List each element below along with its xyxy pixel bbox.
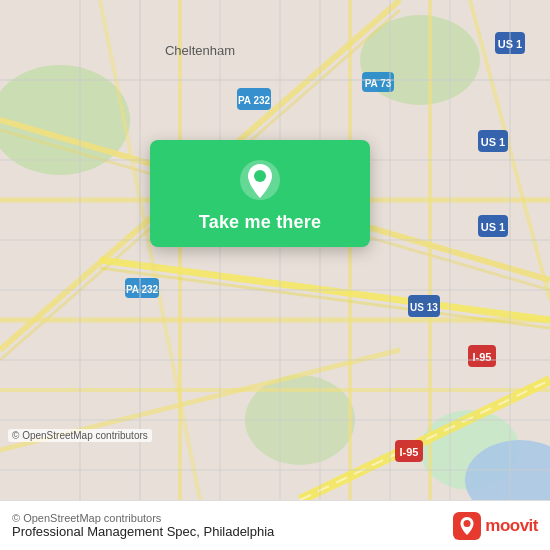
- svg-text:US 13: US 13: [410, 302, 438, 313]
- map-container: US 1 US 1 US 1 US 13 PA 232 PA 232 PA 73…: [0, 0, 550, 500]
- location-name: Professional Management Spec, Philadelph…: [12, 524, 274, 539]
- bottom-bar: © OpenStreetMap contributors Professiona…: [0, 500, 550, 550]
- attribution-label: © OpenStreetMap contributors: [12, 430, 148, 441]
- svg-text:US 1: US 1: [481, 221, 505, 233]
- take-me-there-button[interactable]: Take me there: [199, 212, 321, 233]
- svg-text:I-95: I-95: [473, 351, 492, 363]
- osm-attribution: © OpenStreetMap contributors: [8, 429, 152, 442]
- bottom-info: © OpenStreetMap contributors Professiona…: [12, 512, 274, 539]
- map-background: US 1 US 1 US 1 US 13 PA 232 PA 232 PA 73…: [0, 0, 550, 500]
- svg-text:PA 232: PA 232: [238, 95, 271, 106]
- svg-point-58: [254, 170, 266, 182]
- svg-point-60: [464, 520, 471, 527]
- moovit-brand-icon: [453, 512, 481, 540]
- svg-text:US 1: US 1: [481, 136, 505, 148]
- bottom-attribution: © OpenStreetMap contributors: [12, 512, 274, 524]
- svg-text:I-95: I-95: [400, 446, 419, 458]
- svg-text:Cheltenham: Cheltenham: [165, 43, 235, 58]
- moovit-logo[interactable]: moovit: [453, 512, 538, 540]
- location-card[interactable]: Take me there: [150, 140, 370, 247]
- location-pin-icon: [238, 158, 282, 202]
- moovit-brand-text: moovit: [485, 516, 538, 536]
